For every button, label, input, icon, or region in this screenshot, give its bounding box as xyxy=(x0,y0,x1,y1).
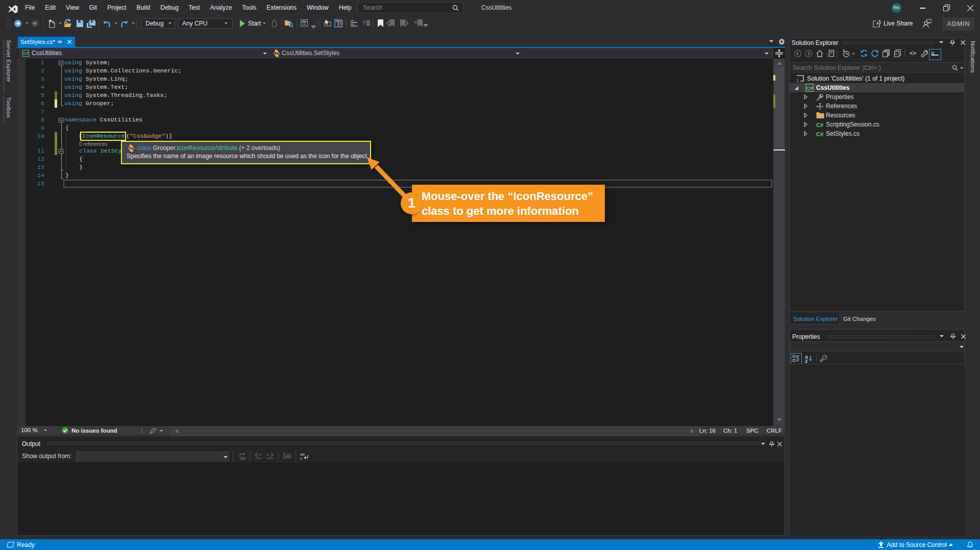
svg-text:C#: C# xyxy=(816,122,823,128)
svg-text:C#: C# xyxy=(807,86,813,91)
svg-text:?: ? xyxy=(362,20,365,26)
svg-text:Z: Z xyxy=(805,359,807,363)
svg-text:c: c xyxy=(300,456,302,460)
svg-text:C#: C# xyxy=(816,131,823,137)
